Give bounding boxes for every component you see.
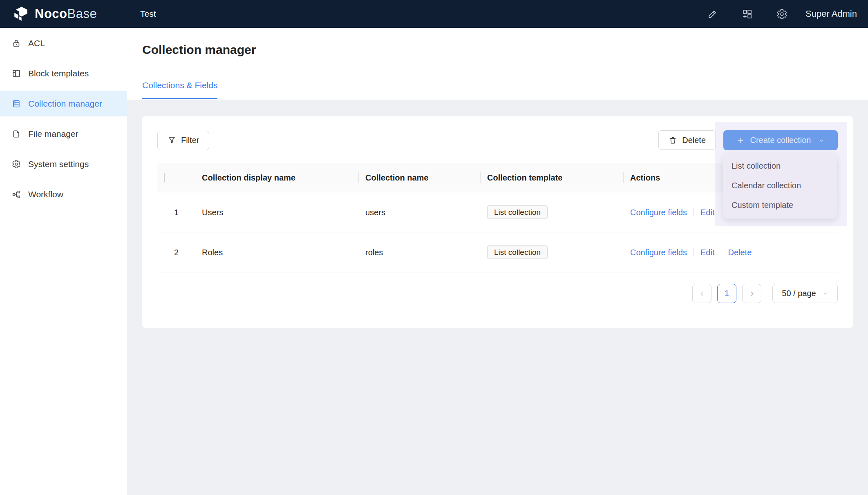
sidebar-item-label: ACL — [28, 38, 45, 48]
cell-template: List collection — [481, 232, 624, 272]
nav-item-test[interactable]: Test — [128, 0, 168, 28]
sidebar-item-label: File manager — [28, 129, 78, 139]
menu-item-list-collection[interactable]: List collection — [723, 156, 837, 176]
page-head: Collection manager Collections & Fields — [127, 28, 868, 100]
cell-name: roles — [359, 232, 481, 272]
database-icon — [12, 99, 21, 108]
row-index[interactable]: 2 — [157, 232, 195, 272]
app-header: NocoBase Test Super Admin — [0, 0, 868, 28]
menu-item-custom-template[interactable]: Custom template — [723, 195, 837, 215]
sidebar: ACL Block templates Collection manager — [0, 28, 127, 495]
lock-icon — [12, 39, 21, 48]
filter-button[interactable]: Filter — [157, 131, 209, 150]
toolbar: Filter Delete — [157, 130, 838, 150]
sidebar-item-acl[interactable]: ACL — [0, 31, 127, 56]
trash-icon — [669, 136, 677, 145]
gear-icon[interactable] — [776, 9, 787, 20]
collections-card: Filter Delete — [142, 116, 853, 328]
template-tag: List collection — [487, 205, 548, 219]
col-template: Collection template — [481, 163, 624, 192]
link-divider — [694, 208, 694, 216]
chevron-down-icon — [822, 290, 828, 297]
gear-icon — [12, 160, 21, 169]
create-collection-button[interactable]: Create collection — [723, 130, 838, 150]
tab-collections-and-fields[interactable]: Collections & Fields — [142, 80, 217, 99]
header-right: Super Admin — [683, 9, 868, 20]
col-name: Collection name — [359, 163, 481, 192]
sidebar-item-file-manager[interactable]: File manager — [0, 121, 127, 147]
create-collection-menu: List collection Calendar collection Cust… — [723, 153, 837, 219]
chevron-down-icon — [818, 137, 825, 144]
edit-link[interactable]: Edit — [700, 208, 714, 217]
configure-fields-link[interactable]: Configure fields — [630, 208, 687, 217]
select-all-checkbox[interactable] — [164, 173, 165, 183]
sidebar-item-label: Block templates — [28, 69, 89, 78]
logo-cube-icon — [12, 5, 29, 22]
appstore-add-icon[interactable] — [742, 9, 753, 20]
header-nav: Test — [128, 0, 168, 28]
highlight-icon[interactable] — [707, 9, 718, 20]
cell-template: List collection — [481, 192, 624, 232]
sidebar-item-system-settings[interactable]: System settings — [0, 152, 127, 177]
logo-text: NocoBase — [35, 7, 97, 21]
cell-actions: Configure fieldsEditDelete — [624, 232, 838, 272]
sidebar-item-label: System settings — [28, 159, 89, 169]
sidebar-item-workflow[interactable]: Workflow — [0, 182, 127, 207]
page-title: Collection manager — [142, 42, 853, 57]
cell-display-name: Roles — [195, 232, 359, 272]
tabs-bar: Collections & Fields — [142, 80, 853, 99]
template-tag: List collection — [487, 245, 548, 259]
sidebar-item-label: Workflow — [28, 190, 63, 199]
table-row: 2 Roles roles List collection Configure … — [157, 232, 838, 272]
col-display-name: Collection display name — [195, 163, 359, 192]
toolbar-right: Delete Create collection — [658, 130, 838, 150]
delete-button[interactable]: Delete — [658, 130, 716, 150]
next-page-button[interactable] — [742, 284, 761, 303]
prev-page-button[interactable] — [692, 284, 711, 303]
main-area: Collection manager Collections & Fields … — [127, 28, 868, 495]
page-number-1[interactable]: 1 — [717, 284, 736, 303]
sidebar-item-block-templates[interactable]: Block templates — [0, 61, 127, 86]
link-divider — [721, 208, 721, 216]
layout-icon — [12, 69, 21, 78]
edit-link[interactable]: Edit — [700, 248, 714, 257]
delete-link[interactable]: Delete — [728, 248, 752, 257]
partition-icon — [12, 190, 21, 199]
pagination: 1 50 / page — [157, 284, 838, 303]
link-divider — [694, 248, 694, 256]
row-index[interactable]: 1 — [157, 192, 195, 232]
sidebar-item-collection-manager[interactable]: Collection manager — [0, 91, 127, 116]
file-icon — [12, 129, 21, 138]
page-size-select[interactable]: 50 / page — [772, 284, 838, 303]
cell-name: users — [359, 192, 481, 232]
cell-display-name: Users — [195, 192, 359, 232]
user-menu[interactable]: Super Admin — [805, 9, 857, 19]
plus-icon — [736, 136, 745, 145]
nocobase-logo[interactable]: NocoBase — [0, 5, 128, 22]
configure-fields-link[interactable]: Configure fields — [630, 248, 687, 257]
sidebar-item-label: Collection manager — [28, 99, 102, 109]
filter-icon — [168, 136, 176, 145]
link-divider — [721, 248, 721, 256]
menu-item-calendar-collection[interactable]: Calendar collection — [723, 176, 837, 195]
select-all-header — [157, 163, 195, 192]
